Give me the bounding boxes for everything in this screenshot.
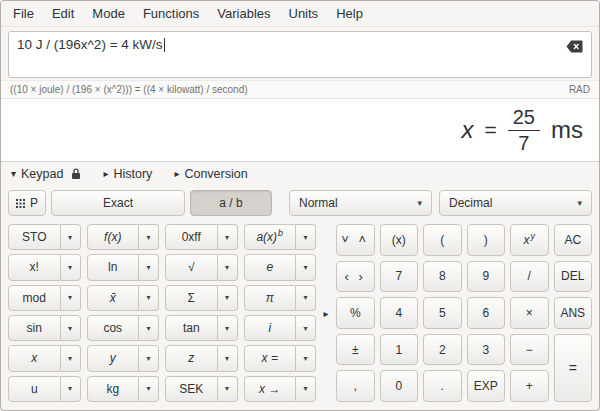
key-clear-all[interactable]: AC <box>554 224 593 256</box>
key-currency-sek[interactable]: SEK <box>165 376 218 402</box>
menu-variables[interactable]: Variables <box>209 3 278 24</box>
key-sqrt-menu[interactable]: ▾ <box>218 254 238 280</box>
key-currency-sek-menu[interactable]: ▾ <box>218 376 238 402</box>
key-imaginary[interactable]: i <box>244 315 297 341</box>
keypad-mode-label: P <box>30 196 38 210</box>
key-var-z-menu[interactable]: ▾ <box>218 345 238 371</box>
key-axb[interactable]: a(x)b <box>244 224 297 250</box>
key-0xff-menu[interactable]: ▾ <box>218 224 238 250</box>
key-plus-minus[interactable]: ± <box>336 334 375 366</box>
key-tan-menu[interactable]: ▾ <box>218 315 238 341</box>
display-mode-select[interactable]: Normal ▾ <box>289 190 432 216</box>
key-solve[interactable]: x = <box>244 345 297 371</box>
key-pi[interactable]: π <box>244 285 297 311</box>
key-ln-menu[interactable]: ▾ <box>139 254 159 280</box>
key-equals[interactable]: = <box>554 334 593 402</box>
tab-history[interactable]: ▸ History <box>103 167 152 181</box>
key-paren-x[interactable]: (x) <box>380 224 419 256</box>
key-sum-menu[interactable]: ▾ <box>218 285 238 311</box>
key-percent[interactable]: % <box>336 297 375 329</box>
tab-keypad[interactable]: ▾ Keypad <box>11 167 63 181</box>
key-solve-menu[interactable]: ▾ <box>296 345 316 371</box>
key-mean-menu[interactable]: ▾ <box>139 285 159 311</box>
tab-conversion[interactable]: ▸ Conversion <box>174 167 247 181</box>
menu-help[interactable]: Help <box>328 3 371 24</box>
key-var-y-menu[interactable]: ▾ <box>139 345 159 371</box>
keypad-lock-toggle[interactable] <box>71 168 81 180</box>
key-digit-5[interactable]: 5 <box>423 297 462 329</box>
key-minus[interactable]: − <box>510 334 549 366</box>
key-power[interactable]: xy <box>510 224 549 256</box>
key-mod-menu[interactable]: ▾ <box>61 285 81 311</box>
expression-input[interactable]: 10 J / (196x^2) = 4 kW/s <box>8 31 592 78</box>
angle-mode-indicator[interactable]: RAD <box>569 84 590 95</box>
exact-toggle-button[interactable]: Exact <box>51 190 185 216</box>
key-sin-menu[interactable]: ▾ <box>61 315 81 341</box>
fraction-toggle-button[interactable]: a / b <box>190 190 272 216</box>
key-unit-u-menu[interactable]: ▾ <box>61 376 81 402</box>
key-0xff[interactable]: 0xff <box>165 224 218 250</box>
key-sto-menu[interactable]: ▾ <box>61 224 81 250</box>
backspace-clear-icon[interactable] <box>566 40 583 53</box>
key-digit-0[interactable]: 0 <box>380 370 419 402</box>
key-plus[interactable]: + <box>510 370 549 402</box>
key-cursor-left-right[interactable]: ‹ › <box>336 261 375 293</box>
menu-edit[interactable]: Edit <box>44 3 82 24</box>
key-digit-9[interactable]: 9 <box>467 261 506 293</box>
key-power-sup: y <box>531 231 536 241</box>
key-sum[interactable]: Σ <box>165 285 218 311</box>
key-digit-8[interactable]: 8 <box>423 261 462 293</box>
key-cos[interactable]: cos <box>87 315 140 341</box>
key-unit-u[interactable]: u <box>8 376 61 402</box>
key-close-paren[interactable]: ) <box>467 224 506 256</box>
key-convert[interactable]: x → <box>244 376 297 402</box>
key-e[interactable]: e <box>244 254 297 280</box>
key-open-paren[interactable]: ( <box>423 224 462 256</box>
key-sqrt[interactable]: √ <box>165 254 218 280</box>
keypad-mode-button[interactable]: P <box>8 190 46 216</box>
key-unit-kg-menu[interactable]: ▾ <box>139 376 159 402</box>
key-tan[interactable]: tan <box>165 315 218 341</box>
key-var-x-menu[interactable]: ▾ <box>61 345 81 371</box>
key-var-x[interactable]: x <box>8 345 61 371</box>
key-comma[interactable]: , <box>336 370 375 402</box>
key-digit-4[interactable]: 4 <box>380 297 419 329</box>
key-digit-6[interactable]: 6 <box>467 297 506 329</box>
keypad-pane-expander[interactable]: ▸ <box>319 224 333 402</box>
key-ln[interactable]: ln <box>87 254 140 280</box>
key-digit-7[interactable]: 7 <box>380 261 419 293</box>
key-answer[interactable]: ANS <box>554 297 593 329</box>
key-cos-menu[interactable]: ▾ <box>139 315 159 341</box>
menu-mode[interactable]: Mode <box>84 3 133 24</box>
key-digit-3[interactable]: 3 <box>467 334 506 366</box>
key-factorial-menu[interactable]: ▾ <box>61 254 81 280</box>
key-sin[interactable]: sin <box>8 315 61 341</box>
menu-functions[interactable]: Functions <box>135 3 207 24</box>
key-decimal-point[interactable]: . <box>423 370 462 402</box>
key-digit-2[interactable]: 2 <box>423 334 462 366</box>
number-base-select[interactable]: Decimal ▾ <box>439 190 592 216</box>
key-pi-menu[interactable]: ▾ <box>296 285 316 311</box>
menu-file[interactable]: File <box>5 3 42 24</box>
key-delete[interactable]: DEL <box>554 261 593 293</box>
key-mean[interactable]: x̄ <box>87 285 140 311</box>
key-factorial[interactable]: x! <box>8 254 61 280</box>
key-var-z[interactable]: z <box>165 345 218 371</box>
key-mod[interactable]: mod <box>8 285 61 311</box>
key-var-y[interactable]: y <box>87 345 140 371</box>
key-unit-kg[interactable]: kg <box>87 376 140 402</box>
key-e-menu[interactable]: ▾ <box>296 254 316 280</box>
key-exponent[interactable]: EXP <box>467 370 506 402</box>
key-sto[interactable]: STO <box>8 224 61 250</box>
key-fx[interactable]: f(x) <box>87 224 140 250</box>
key-multiply[interactable]: × <box>510 297 549 329</box>
key-convert-menu[interactable]: ▾ <box>296 376 316 402</box>
key-fx-menu[interactable]: ▾ <box>139 224 159 250</box>
key-cursor-up-down[interactable]: ˅ ˄ <box>336 224 375 256</box>
key-imaginary-menu[interactable]: ▾ <box>296 315 316 341</box>
key-digit-1[interactable]: 1 <box>380 334 419 366</box>
menu-units[interactable]: Units <box>281 3 327 24</box>
key-axb-menu[interactable]: ▾ <box>296 224 316 250</box>
key-divide[interactable]: / <box>510 261 549 293</box>
key-axb-base: a(x) <box>256 230 277 244</box>
